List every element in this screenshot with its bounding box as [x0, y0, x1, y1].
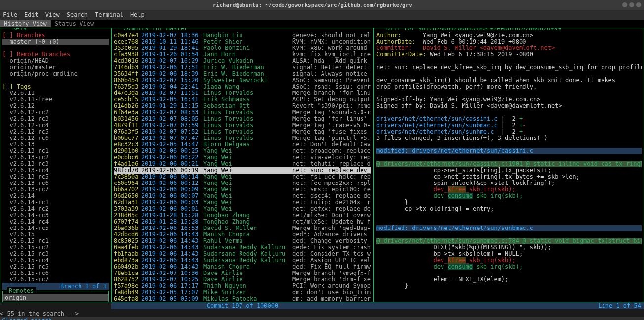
- author-value: Yang Wei <yang.wei9@zte.com.cn>: [423, 32, 533, 39]
- commit-subject: Merge branch 'vmwgfx-fixes-5.0-2': [292, 270, 371, 276]
- commit-subject: signal: Always notice exiting tas: [292, 71, 371, 77]
- tab-status[interactable]: Status View: [51, 20, 98, 27]
- commit-subject: net: tehuti: replace dev_kfree_sk: [292, 161, 371, 167]
- commit-row[interactable]: 645efa8 2019-02-05 05:09 Mikulas Patocka…: [114, 296, 371, 302]
- signed-off-by: Signed-off-by: David S. Miller <davem@da…: [376, 103, 642, 109]
- diff-title: Diff for 98fcd70b642dd843f80c92eeb6f8c07…: [384, 28, 563, 32]
- commit-subject: net: sun: replace dev_kfree_skb_i: [292, 167, 371, 174]
- author-label: Author:: [376, 32, 402, 39]
- diff-context: elem = NEXT_TX(elem);: [376, 276, 642, 283]
- commit-subject: Merge tag 'pinctrl-v5.0-2' of git: [292, 135, 371, 141]
- diff-context: }: [376, 283, 642, 289]
- commit-subject: net: smsc: epic100: replace dev_k: [292, 186, 371, 193]
- commit-subject: kvm: fix kvm_ioctl_create_device(: [292, 51, 371, 58]
- commit-subject: net: fec_mpc52xx: replace dev_kfr: [292, 180, 371, 186]
- commit-subject: KVM: nVMX: unconditionally cancel: [292, 39, 371, 45]
- commit-subject: Merge tag 'fuse-fixes-5.0-rc6' of: [292, 129, 371, 135]
- menu-help[interactable]: Help: [130, 11, 145, 18]
- minimize-icon[interactable]: [622, 2, 627, 7]
- tab-bar: History View Status View: [0, 20, 644, 28]
- commit-author: Sudarsana Reddy Kalluru: [203, 251, 292, 257]
- commit-subject: ASoC: rsnd: ssiu: correct shift b: [292, 84, 371, 90]
- commit-subject: net/mlx5e: Don't overwrite pedit: [292, 212, 371, 219]
- commit-author: Rahul Verma: [203, 238, 292, 244]
- commit-author: Jurica Vukadin: [203, 58, 292, 64]
- diffstat-file: drivers/net/ethernet/sun/cassini.c: [376, 116, 498, 122]
- commit-subject: Merge branch 'qed-Bug-fixes': [292, 225, 371, 231]
- commit-author: Dave Airlie: [203, 276, 292, 283]
- commit-subject: net: defxx: replace dev_kfree_skb: [292, 206, 371, 212]
- window-controls: [622, 2, 641, 7]
- remotes-box-title: Remotes: [7, 287, 36, 294]
- refs-pane[interactable]: Refs [ ] Branches master (↑0 ↓0) [ ] Rem…: [0, 28, 111, 302]
- committer-label: Committer:: [376, 45, 412, 51]
- commit-author: David S. Miller: [203, 225, 292, 231]
- commit-author: Peter Shier: [203, 39, 292, 45]
- remote-branch[interactable]: origin/proc-cmdline: [2, 71, 109, 77]
- commit-author: Mikulas Patocka: [203, 296, 292, 302]
- window-title: richard@ubuntu: ~/code/goworkspace/src/g…: [3, 2, 622, 8]
- commit-subject: qed: Assign UFP TC value to vlan: [292, 257, 371, 264]
- commit-author: Erik Schmauss: [203, 96, 292, 103]
- authordate-value: Wed Feb 6 00:19:44 2019 +0800: [423, 39, 526, 45]
- tab-history[interactable]: History View: [0, 20, 51, 27]
- diff-context: bp->tx_skbs[elem] = NULL;: [376, 251, 642, 257]
- menu-file[interactable]: File: [3, 11, 17, 18]
- commit-author: Linus Torvalds: [203, 129, 292, 135]
- commits-title: Commits for master: [121, 28, 190, 32]
- commit-subject: net/mlx5e: Update hw flows when e: [292, 219, 371, 225]
- commit-author: Sudarsana Reddy Kalluru: [203, 244, 292, 251]
- commit-author: Yang Wei: [203, 148, 292, 154]
- commit-author: Sylwester Nawrocki: [203, 77, 292, 84]
- branch-master[interactable]: master (↑0 ↓0): [2, 39, 109, 45]
- committerdate-value: Wed Feb 6 17:38:15 2019 -0800: [430, 51, 533, 58]
- commit-subject: dm: don't use bio_trim() afterall: [292, 289, 371, 296]
- commit-author: Yang Wei: [203, 167, 292, 174]
- commit-author: Yang Wei: [203, 154, 292, 161]
- commit-subject: net: Don't default Cavium PTP dri: [292, 141, 371, 148]
- menu-view[interactable]: View: [45, 11, 60, 18]
- hunk-header: @ drivers/net/ethernet/sun/cassini.c:190…: [376, 161, 642, 167]
- menu-terminal[interactable]: Terminal: [95, 11, 123, 18]
- signed-off-by: Signed-off-by: Yang Wei <yang.wei9@zte.c…: [376, 96, 642, 103]
- menu-edit[interactable]: Edit: [24, 11, 39, 18]
- commit-subject: Merge branch 'drm-fixes-5.0' of g: [292, 276, 371, 283]
- remote-origin[interactable]: origin: [3, 294, 108, 301]
- commit-subject: qede: Fix system crash on configu: [292, 244, 371, 251]
- commit-subject: qed: Fix EQ full firmware assert.: [292, 264, 371, 270]
- commits-pane[interactable]: Commits for master c0a47e4 2019-02-07 18…: [111, 28, 374, 302]
- diffstat-file: drivers/net/ethernet/sun/sunbmac.c: [376, 122, 498, 129]
- commit-author: Tonghao Zhang: [203, 212, 292, 219]
- close-icon[interactable]: [636, 2, 641, 7]
- commit-subject: ASoC: samsung: Prevent clk_get_ra: [292, 77, 371, 84]
- diff-context: cp->net_stats[ring].tx_packets++;: [376, 167, 642, 174]
- commit-author: Mike Snitzer: [203, 289, 292, 296]
- diff-context: }: [376, 199, 642, 206]
- commit-author: Jiada Wang: [203, 84, 292, 90]
- modified-file: modified: drivers/net/ethernet/sun/cassi…: [376, 148, 642, 154]
- commit-author: Linus Torvalds: [203, 90, 292, 96]
- commit-author: Linus Torvalds: [203, 116, 292, 122]
- commit-author: Linus Torvalds: [203, 109, 292, 116]
- tag-item[interactable]: v2.6.15-rc7: [2, 276, 109, 283]
- commit-author: Paolo Bonzini: [203, 45, 292, 51]
- search-status: Cleared search: [0, 317, 644, 320]
- commit-sha: 645efa8: [114, 296, 141, 302]
- commit-author: Yang Wei: [203, 186, 292, 193]
- diff-context: DTX(("skb(%p){MISSING}) ", skb));: [376, 244, 642, 251]
- commit-author: Tonghao Zhang: [203, 219, 292, 225]
- commit-subject: net: fsl_ucc_hdlc: replace dev_kf: [292, 174, 371, 180]
- maximize-icon[interactable]: [629, 2, 634, 7]
- remotes-box: Remotes origin: [2, 291, 109, 302]
- diff-pane[interactable]: Diff for 98fcd70b642dd843f80c92eeb6f8c07…: [374, 28, 644, 302]
- commit-author: Manish Chopra: [203, 264, 292, 270]
- menu-search[interactable]: Search: [67, 11, 88, 18]
- commit-author: Sebastian Ott: [203, 103, 292, 109]
- commit-author: Yang Wei: [203, 180, 292, 186]
- refs-title: Refs: [10, 28, 29, 32]
- commit-author: Yang Wei: [203, 199, 292, 206]
- diff-added: dev_consume_skb_irq(skb);: [376, 264, 642, 270]
- commit-subject: Merge tag 'sound-5.0-rc6' of git:: [292, 109, 371, 116]
- commit-subject: Merge branch 'for-linus' of git:/: [292, 90, 371, 96]
- commit-author: Manish Chopra: [203, 231, 292, 238]
